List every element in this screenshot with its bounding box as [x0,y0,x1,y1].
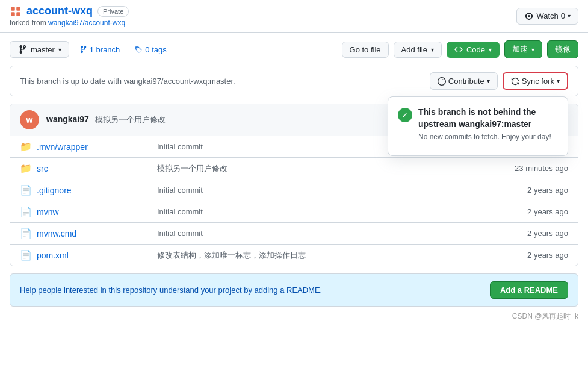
file-name-link[interactable]: .mvn/wrapper [37,142,157,152]
sync-popup-text: This branch is not behind the upstream w… [418,107,558,141]
mirror-button[interactable]: 镜像 [547,40,578,58]
file-icon: 📄 [20,228,32,239]
go-to-file-label: Go to file [350,45,381,54]
branch-status-text: This branch is up to date with wangkai97… [20,76,235,86]
svg-rect-0 [11,7,15,10]
file-commit-msg: Initial commit [157,186,496,195]
file-commit-msg: 模拟另一个用户修改 [157,163,496,174]
repo-info: account-wxq Private forked from wangkai9… [10,5,129,27]
table-row: 📁 src 模拟另一个用户修改 23 minutes ago [10,158,578,179]
sync-fork-chevron: ▾ [557,78,560,84]
repo-title: account-wxq Private [10,5,129,17]
table-row: 📄 mvnw.cmd Initial commit 2 years ago [10,223,578,245]
tags-count: 0 tags [145,45,166,54]
table-row: 📄 pom.xml 修改表结构，添加唯一标志，添加操作日志 2 years ag… [10,245,578,266]
file-time: 23 minutes ago [496,164,568,173]
sync-fork-label: Sync fork [522,76,554,86]
file-name-link[interactable]: pom.xml [37,251,157,260]
code-chevron: ▾ [489,46,492,53]
file-time: 2 years ago [496,229,568,238]
readme-text: Help people interested in this repositor… [20,285,322,295]
watch-count: 0 [561,11,565,20]
commit-info: wangkai97 模拟另一个用户修改 [46,114,166,125]
contribute-chevron: ▾ [487,78,490,84]
file-name-link[interactable]: src [37,164,157,173]
svg-rect-2 [11,12,15,16]
file-time: 2 years ago [496,186,568,195]
go-to-file-button[interactable]: Go to file [342,42,389,58]
code-label: Code [466,45,485,54]
contribute-label: Contribute [448,76,484,86]
tag-icon [134,45,143,54]
file-time: 2 years ago [496,207,568,216]
branches-icon [79,45,87,54]
sync-popup-title: This branch is not behind the upstream w… [418,107,558,130]
file-time: 2 years ago [496,251,568,260]
speed-chevron: ▾ [531,46,534,53]
file-icon: 📄 [20,184,32,196]
add-file-label: Add file [401,45,427,54]
add-file-button[interactable]: Add file ▾ [394,42,442,58]
fork-info: forked from wangkai97/account-wxq [10,19,129,27]
repo-name[interactable]: account-wxq [26,5,93,17]
branch-chevron: ▾ [58,46,61,53]
add-readme-button[interactable]: Add a README [490,281,568,299]
code-button[interactable]: Code ▾ [447,42,500,58]
speed-button[interactable]: 加速 ▾ [504,40,542,58]
watch-label: Watch [536,11,558,20]
folder-icon: 📁 [20,141,32,152]
contribute-button[interactable]: Contribute ▾ [430,72,498,90]
branch-actions: Contribute ▾ Sync fork ▾ ✓ This bra [430,72,568,90]
table-row: 📄 .gitignore Initial commit 2 years ago [10,179,578,201]
check-icon: ✓ [398,108,412,122]
commit-author[interactable]: wangkai97 [46,114,89,124]
watch-button[interactable]: Watch 0 ▾ [516,8,578,25]
table-row: 📄 mvnw Initial commit 2 years ago [10,201,578,223]
file-name-link[interactable]: .gitignore [37,186,157,195]
branch-status-bar: This branch is up to date with wangkai97… [10,66,578,96]
author-avatar: w [20,110,39,129]
file-commit-msg: 修改表结构，添加唯一标志，添加操作日志 [157,250,496,261]
readme-bar: Help people interested in this repositor… [10,273,578,307]
code-icon [454,45,463,54]
file-icon: 📄 [20,249,32,261]
sync-fork-dropdown: Sync fork ▾ ✓ This branch is not behind … [503,72,568,90]
branch-label: master [31,45,55,54]
branch-icon [17,45,27,54]
sync-popup-content: ✓ This branch is not behind the upstream… [398,107,558,141]
eye-icon [524,11,534,21]
repo-icon [10,5,22,17]
file-commit-msg: Initial commit [157,229,496,238]
sync-fork-button[interactable]: Sync fork ▾ [503,72,568,90]
speed-label: 加速 [512,44,528,55]
branches-link[interactable]: 1 branch [74,42,125,57]
toolbar: master ▾ 1 branch 0 tags Go to file Add … [0,33,588,66]
fork-label: forked from [10,19,46,27]
branch-selector[interactable]: master ▾ [10,41,69,58]
file-name-link[interactable]: mvnw.cmd [37,229,157,238]
sync-popup: ✓ This branch is not behind the upstream… [388,96,568,156]
mirror-label: 镜像 [555,44,571,55]
tags-link[interactable]: 0 tags [129,42,171,57]
fork-link[interactable]: wangkai97/account-wxq [48,19,125,27]
top-bar: account-wxq Private forked from wangkai9… [0,0,588,33]
svg-rect-1 [16,7,20,10]
contribute-icon [438,77,446,86]
branches-count: 1 branch [90,45,120,54]
watermark: CSDN @风再起时_k [0,307,588,326]
folder-icon: 📁 [20,163,32,174]
watch-chevron: ▾ [568,13,571,19]
main-content: This branch is up to date with wangkai97… [0,66,588,307]
add-file-chevron: ▾ [431,46,434,53]
commit-message: 模拟另一个用户修改 [95,115,166,124]
file-commit-msg: Initial commit [157,207,496,216]
file-icon: 📄 [20,206,32,217]
sync-popup-subtitle: No new commits to fetch. Enjoy your day! [418,132,558,141]
svg-rect-3 [16,12,20,16]
sync-icon [511,77,519,86]
file-name-link[interactable]: mvnw [37,207,157,217]
private-badge: Private [97,6,129,17]
